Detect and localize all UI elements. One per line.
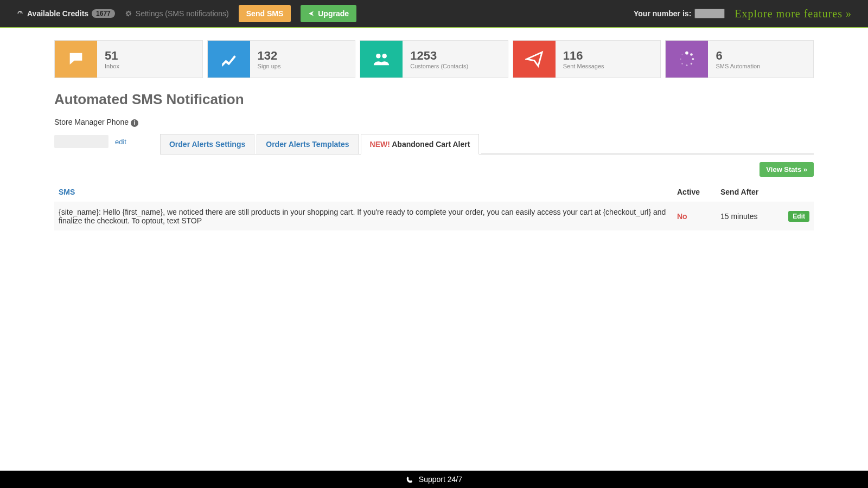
view-stats-button[interactable]: View Stats » [760, 162, 814, 177]
available-credits[interactable]: Available Credits 1677 [16, 9, 115, 18]
topbar: Available Credits 1677 Settings (SMS not… [0, 0, 868, 27]
settings-label: Settings (SMS notifications) [136, 9, 229, 18]
your-number-label: Your number is: [634, 9, 691, 18]
your-number-value [694, 9, 725, 18]
stat-sent[interactable]: 116Sent Messages [513, 40, 661, 78]
new-badge: NEW! [370, 140, 390, 149]
cell-sms: {site_name}: Hello {first_name}, we noti… [54, 202, 673, 230]
spinner-icon [666, 41, 708, 78]
main-container: 51Inbox 132Sign ups 1253Customers (Conta… [38, 27, 830, 243]
send-icon [513, 41, 556, 78]
store-phone-section: Store Manager Phone i edit Order Alerts … [54, 118, 814, 155]
table-actions: View Stats » [54, 162, 814, 177]
credits-badge: 1677 [92, 9, 115, 18]
stat-customers[interactable]: 1253Customers (Contacts) [360, 40, 508, 78]
tab-order-alerts-settings[interactable]: Order Alerts Settings [160, 134, 254, 154]
page-title: Automated SMS Notification [54, 91, 814, 108]
stat-automation[interactable]: 6SMS Automation [665, 40, 814, 78]
svg-point-1 [382, 54, 387, 59]
table-row: {site_name}: Hello {first_name}, we noti… [54, 202, 814, 230]
stats-row: 51Inbox 132Sign ups 1253Customers (Conta… [54, 40, 814, 78]
svg-point-7 [682, 63, 684, 65]
svg-point-6 [686, 65, 688, 66]
cell-active: No [673, 202, 716, 230]
cell-action: Edit [781, 202, 814, 230]
store-phone-value [54, 135, 108, 148]
svg-point-2 [686, 52, 689, 55]
col-action [781, 182, 814, 202]
settings-link[interactable]: Settings (SMS notifications) [125, 9, 229, 18]
explore-link[interactable]: Explore more features » [735, 8, 852, 20]
tab-abandoned-cart[interactable]: NEW! Abandoned Cart Alert [361, 134, 480, 155]
gauge-icon [16, 10, 24, 17]
stat-signups[interactable]: 132Sign ups [207, 40, 356, 78]
topbar-right: Your number is: Explore more features » [634, 8, 852, 20]
svg-point-9 [682, 54, 683, 55]
credits-label: Available Credits [27, 9, 88, 18]
your-number: Your number is: [634, 9, 725, 18]
upgrade-label: Upgrade [318, 9, 349, 18]
sms-table: SMS Active Send After {site_name}: Hello… [54, 182, 814, 230]
chat-icon [55, 41, 97, 78]
col-sms[interactable]: SMS [54, 182, 673, 202]
upgrade-button[interactable]: Upgrade [301, 5, 356, 22]
svg-point-5 [691, 63, 692, 65]
chart-icon [208, 41, 250, 78]
gear-icon [125, 10, 132, 17]
svg-point-3 [691, 53, 693, 56]
tabs: Order Alerts Settings Order Alerts Templ… [160, 133, 814, 155]
send-sms-button[interactable]: Send SMS [239, 5, 291, 22]
cell-send-after: 15 minutes [716, 202, 781, 230]
svg-point-8 [680, 59, 681, 60]
info-icon[interactable]: i [131, 119, 138, 127]
stat-inbox[interactable]: 51Inbox [54, 40, 203, 78]
users-icon [360, 41, 403, 78]
col-active: Active [673, 182, 716, 202]
tab-order-alerts-templates[interactable]: Order Alerts Templates [257, 134, 358, 154]
col-send-after: Send After [716, 182, 781, 202]
store-phone-label: Store Manager Phone i [54, 118, 814, 127]
edit-phone-link[interactable]: edit [115, 138, 126, 146]
edit-row-button[interactable]: Edit [788, 211, 809, 222]
svg-point-0 [376, 54, 381, 59]
svg-point-4 [692, 58, 694, 60]
arrow-icon [308, 10, 315, 17]
